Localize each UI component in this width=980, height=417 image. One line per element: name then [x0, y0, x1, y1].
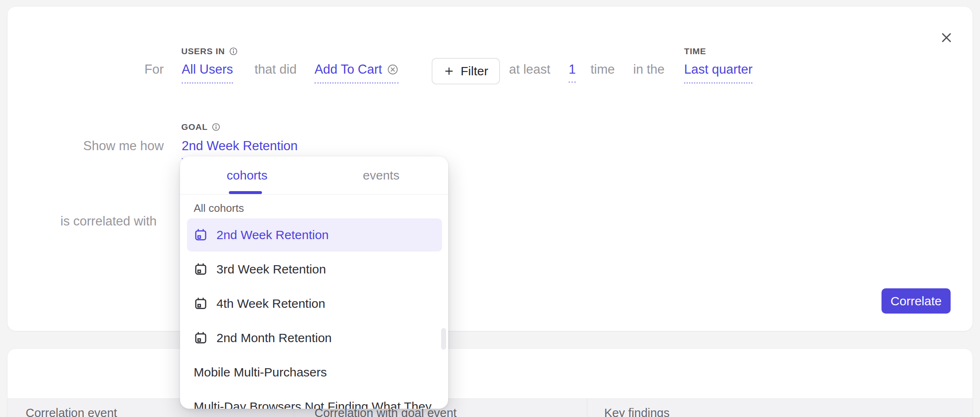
- time-range-select[interactable]: Last quarter: [684, 61, 752, 84]
- goal-label: GOAL: [181, 122, 221, 132]
- list-item-cohort[interactable]: 3rd Week Retention: [187, 253, 442, 286]
- show-me-how-label: Show me how: [83, 138, 164, 154]
- goal-dropdown-panel: cohorts events All cohorts 2nd Week Rete…: [180, 156, 448, 409]
- list-item-cohort[interactable]: 2nd Week Retention: [187, 218, 442, 252]
- cohort-select[interactable]: All Users: [182, 61, 233, 84]
- remove-event-icon[interactable]: [387, 64, 399, 75]
- query-builder-card: USERS IN For All Users that did Add To C…: [7, 7, 973, 331]
- correlate-button[interactable]: Correlate: [882, 288, 951, 314]
- calendar-icon: [194, 262, 208, 276]
- scrollbar-thumb[interactable]: [441, 328, 446, 350]
- list-item-label: Mobile Multi-Purchasers: [194, 365, 327, 379]
- list-item-cohort[interactable]: 4th Week Retention: [187, 287, 442, 320]
- active-tab-underline: [229, 191, 262, 194]
- filter-button-label: Filter: [461, 64, 488, 78]
- close-icon[interactable]: [939, 31, 954, 45]
- list-item-label: 2nd Month Retention: [216, 331, 332, 345]
- results-table-header-row: Correlation event Correlation with goal …: [7, 398, 973, 417]
- calendar-icon: [194, 228, 208, 242]
- tabbar-divider: [180, 194, 448, 194]
- at-least-label: at least: [509, 61, 550, 78]
- plus-icon: [443, 65, 455, 77]
- users-in-info-icon[interactable]: [229, 47, 238, 56]
- times-count-input[interactable]: 1: [569, 61, 576, 83]
- correlate-builder-screen: USERS IN For All Users that did Add To C…: [0, 0, 980, 417]
- for-label: For: [144, 61, 164, 78]
- tab-cohorts[interactable]: cohorts: [180, 156, 314, 194]
- list-item-cohort[interactable]: Mobile Multi-Purchasers: [187, 356, 442, 389]
- users-in-label: USERS IN: [181, 46, 238, 57]
- calendar-icon: [194, 331, 208, 345]
- list-item-cohort[interactable]: 2nd Month Retention: [187, 321, 442, 355]
- cohort-section-label: All cohorts: [194, 201, 244, 215]
- results-card: Sort by Opportunity Correlation event Co…: [7, 349, 973, 417]
- column-header-key-findings: Key findings: [604, 406, 670, 417]
- that-did-label: that did: [255, 61, 297, 78]
- in-the-label: in the: [633, 61, 665, 78]
- is-correlated-with-label: is correlated with: [60, 213, 157, 230]
- event-select[interactable]: Add To Cart: [315, 61, 399, 84]
- list-item-cohort[interactable]: Multi-Day Browsers Not Finding What They: [187, 390, 442, 409]
- column-header-correlation-event: Correlation event: [26, 406, 117, 417]
- time-caps-label: TIME: [684, 46, 706, 57]
- calendar-icon: [194, 297, 208, 311]
- add-filter-button[interactable]: Filter: [432, 58, 500, 84]
- list-item-label: 4th Week Retention: [216, 297, 325, 311]
- goal-info-icon[interactable]: [211, 122, 221, 132]
- list-item-label: 2nd Week Retention: [216, 228, 329, 242]
- list-item-label: 3rd Week Retention: [216, 262, 326, 276]
- goal-label-text: GOAL: [181, 122, 208, 132]
- event-value: Add To Cart: [315, 61, 382, 78]
- time-word-label: time: [591, 61, 615, 78]
- list-item-label: Multi-Day Browsers Not Finding What They: [194, 400, 432, 409]
- users-in-label-text: USERS IN: [181, 46, 225, 57]
- tab-events[interactable]: events: [314, 156, 448, 194]
- column-divider: [587, 399, 587, 417]
